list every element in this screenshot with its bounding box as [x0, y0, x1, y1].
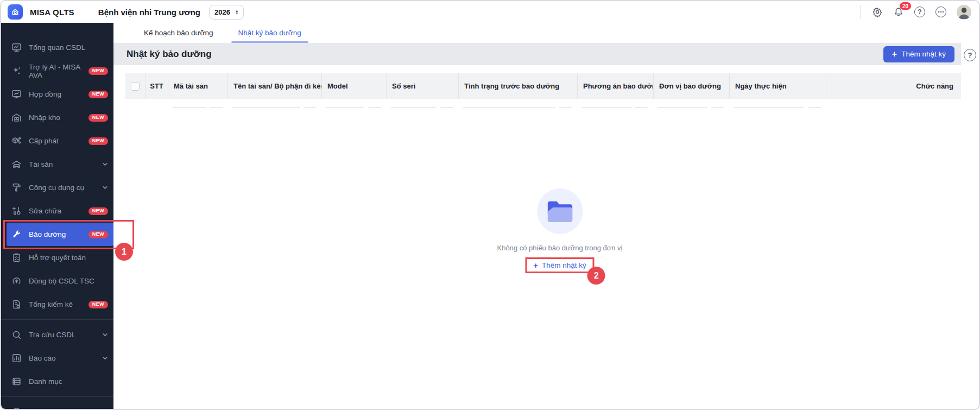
sidebar-item-label: Trợ lý AI - MISA AVA [29, 63, 81, 79]
layout: Tổng quan CSDL Trợ lý AI - MISA AVA NEW … [1, 23, 979, 409]
filter-input[interactable] [658, 99, 707, 108]
column-header-model[interactable]: Model [321, 73, 386, 99]
sidebar-item-tong-quan-csdl[interactable]: Tổng quan CSDL [1, 36, 113, 59]
category-icon [11, 376, 22, 387]
filter-input[interactable] [734, 99, 804, 108]
notifications-button[interactable]: 20 [893, 7, 904, 17]
year-select[interactable]: 2026 ▲▼ [209, 5, 244, 20]
empty-state-add-link[interactable]: + Thêm nhật ký [533, 261, 586, 269]
sidebar-item-bao-duong[interactable]: Bảo dưỡng NEW 1 [7, 223, 113, 246]
column-header-so-seri[interactable]: Số seri [386, 73, 458, 99]
dashboard-icon [11, 42, 22, 53]
avatar[interactable] [957, 5, 971, 20]
plus-icon: + [533, 261, 538, 269]
sidebar-item-label: Tài sản [29, 160, 53, 168]
maintenance-icon [11, 229, 22, 239]
repair-icon [11, 206, 22, 216]
tab-nhat-ky-bao-duong[interactable]: Nhật ký bảo dưỡng [238, 29, 301, 43]
sidebar-item-label: Sửa chữa [29, 207, 61, 215]
more-button[interactable]: ⋯ [935, 7, 946, 17]
page-title: Nhật ký bảo dưỡng [127, 49, 212, 60]
sidebar-item-label: Tổng kiểm kê [29, 300, 73, 308]
sync-icon [11, 276, 22, 286]
sidebar-divider [1, 319, 113, 320]
filter-row [125, 99, 961, 108]
filter-option-button[interactable] [635, 99, 648, 108]
filter-input[interactable] [391, 99, 437, 108]
filter-input[interactable] [173, 99, 206, 108]
sidebar-divider [1, 396, 113, 397]
filter-option-button[interactable] [808, 99, 821, 108]
sidebar-item-nhap-kho[interactable]: Nhập kho NEW [1, 106, 113, 129]
sidebar-item-dong-bo-csdl-tsc[interactable]: Đồng bộ CSDL TSC [1, 269, 113, 293]
folder-icon [544, 198, 576, 224]
column-header-stt[interactable]: STT [145, 73, 168, 99]
column-header-ngay-thuc-hien[interactable]: Ngày thực hiện [729, 73, 826, 99]
tab-bar: Kế hoạch bảo dưỡng Nhật ký bảo dưỡng [113, 23, 979, 43]
sidebar-item-tra-cuu-csdl[interactable]: Tra cứu CSDL [1, 323, 113, 346]
filter-option-button[interactable] [210, 99, 223, 108]
annotation-rect-2: + Thêm nhật ký 2 [525, 257, 595, 273]
column-header-tinh-trang[interactable]: Tình trạng trước bảo dưỡng [458, 73, 577, 99]
sidebar-item-tong-kiem-ke[interactable]: Tổng kiểm kê NEW [1, 293, 113, 316]
filter-option-button[interactable] [440, 99, 453, 108]
sidebar-item-cap-phat[interactable]: Cấp phát NEW [1, 129, 113, 153]
column-header-ten-tai-san[interactable]: Tên tài sản/ Bộ phận đi kèm [227, 73, 321, 99]
chevron-down-icon [102, 185, 108, 191]
empty-state-add-link-label: Thêm nhật ký [542, 261, 586, 269]
filter-input[interactable] [232, 99, 300, 108]
ai-sparkles-icon [11, 66, 22, 76]
sidebar-item-label: Cấp phát [29, 137, 59, 145]
new-badge: NEW [88, 114, 108, 122]
sidebar-item-ket-noi-chuyen-gia[interactable]: Kết nối chuyên gia [1, 400, 113, 410]
add-journal-button[interactable]: + Thêm nhật ký [883, 46, 954, 62]
app-logo[interactable] [8, 4, 23, 20]
sidebar-item-danh-muc[interactable]: Danh mục [1, 370, 113, 393]
tab-ke-hoach-bao-duong[interactable]: Kế hoạch bảo dưỡng [144, 29, 213, 43]
sidebar-item-cong-cu-dung-cu[interactable]: Công cụ dụng cụ [1, 176, 113, 199]
column-header-phuong-an[interactable]: Phương án bảo dưỡng [577, 73, 653, 99]
filter-input[interactable] [326, 99, 364, 108]
filter-input[interactable] [582, 99, 631, 108]
sidebar-item-tro-ly-ai[interactable]: Trợ lý AI - MISA AVA NEW [1, 59, 113, 83]
new-badge: NEW [88, 207, 108, 215]
sidebar-item-bao-cao[interactable]: Báo cáo [1, 346, 113, 370]
empty-state-message: Không có phiếu bảo dưỡng trong đơn vị [497, 244, 622, 252]
ellipsis-icon: ⋯ [935, 7, 946, 17]
empty-state: Không có phiếu bảo dưỡng trong đơn vị + … [497, 188, 622, 273]
settlement-icon [11, 253, 22, 263]
column-header-ma-tai-san[interactable]: Mã tài sản [168, 73, 227, 99]
inventory-icon [11, 299, 22, 310]
filter-input[interactable] [463, 99, 555, 108]
filter-option-button[interactable] [559, 99, 572, 108]
sidebar-item-hop-dong[interactable]: Hợp đồng NEW [1, 83, 113, 106]
asset-icon [11, 159, 22, 169]
new-badge: NEW [88, 137, 108, 145]
column-header-don-vi[interactable]: Đơn vị bảo dưỡng [653, 73, 729, 99]
sidebar-item-ho-tro-quyet-toan[interactable]: Hỗ trợ quyết toán [1, 246, 113, 269]
report-icon [11, 353, 22, 363]
empty-state-illustration [537, 188, 583, 234]
filter-option-button[interactable] [368, 99, 381, 108]
notification-count-badge: 20 [900, 2, 911, 10]
app-name: MISA QLTS [30, 8, 74, 17]
filter-option-button[interactable] [711, 99, 724, 108]
select-all-cell [125, 73, 145, 99]
sidebar-item-tai-san[interactable]: Tài sản [1, 153, 113, 176]
add-journal-button-label: Thêm nhật ký [901, 50, 946, 58]
sidebar-item-sua-chua[interactable]: Sửa chữa NEW [1, 199, 113, 223]
question-icon: ? [914, 7, 925, 17]
new-badge: NEW [88, 91, 108, 98]
column-header-chuc-nang[interactable]: Chức năng [826, 73, 961, 99]
year-stepper-icon[interactable]: ▲▼ [235, 9, 238, 15]
help-button[interactable]: ? [914, 7, 925, 17]
gear-icon [872, 7, 883, 17]
filter-option-button[interactable] [304, 99, 317, 108]
person-icon [957, 5, 971, 20]
plus-icon: + [892, 50, 897, 59]
settings-button[interactable] [872, 7, 883, 17]
page-help-button[interactable]: ? [964, 49, 976, 61]
sidebar-item-label: Kết nối chuyên gia [29, 408, 89, 410]
chevron-down-icon [102, 355, 108, 361]
select-all-checkbox[interactable] [131, 82, 140, 91]
